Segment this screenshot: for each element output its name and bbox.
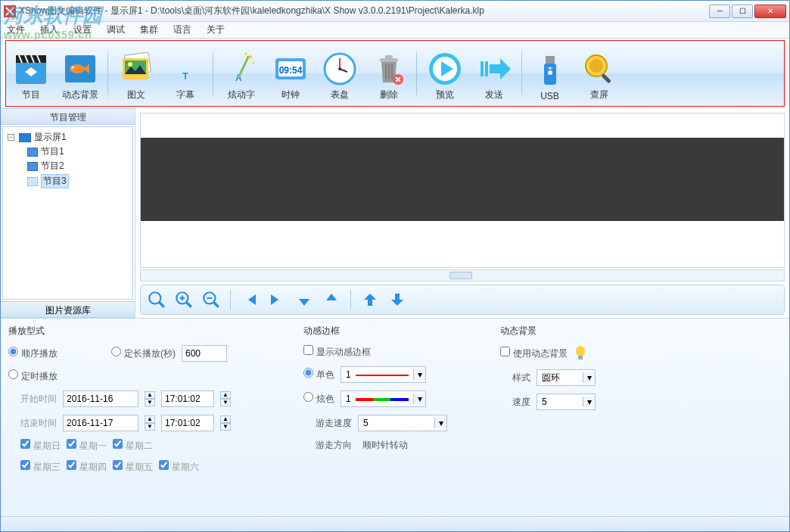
svg-line-42	[186, 302, 191, 307]
dynbg-style-combo[interactable]: 圆环▾	[537, 369, 596, 386]
start-time-input[interactable]	[161, 390, 214, 407]
toolbar-send[interactable]: 发送	[469, 42, 518, 104]
toolbar-clock[interactable]: 09:54 时钟	[266, 42, 315, 104]
settings-panel: 播放型式 顺序播放 定长播放(秒) 定时播放 开始时间 ▲▼ ▲▼ 结束时间 ▲…	[1, 318, 789, 516]
toolbar-program[interactable]: 节目	[6, 42, 55, 104]
title-bar: XShow图文编辑软件 - 显示屏1 - D:\tools\桌面\河东软件园\k…	[1, 1, 789, 22]
svg-point-13	[249, 55, 252, 58]
menu-settings[interactable]: 设置	[73, 23, 92, 36]
toolbar-picture-text[interactable]: 图文	[111, 42, 160, 104]
preview-canvas[interactable]	[140, 113, 785, 268]
maximize-button[interactable]: ☐	[732, 5, 753, 18]
duration-input[interactable]	[182, 345, 227, 362]
digital-clock-icon: 09:54	[272, 51, 309, 87]
program-manage-title: 节目管理	[1, 108, 135, 125]
text-t-icon: T	[167, 51, 204, 87]
skip-last-icon[interactable]	[266, 288, 288, 311]
move-bottom-icon[interactable]	[320, 288, 343, 311]
svg-point-15	[244, 53, 247, 55]
end-date-input[interactable]	[63, 415, 138, 431]
zoom-fit-icon[interactable]	[145, 288, 168, 311]
svg-rect-33	[546, 56, 555, 64]
radio-sequential[interactable]: 顺序播放	[8, 347, 58, 360]
clapperboard-icon	[13, 51, 49, 87]
border-speed-combo[interactable]: 5▾	[358, 415, 447, 431]
svg-rect-32	[485, 61, 488, 76]
toolbar-delete[interactable]: 删除	[364, 42, 413, 104]
checkbox-day-wed[interactable]: 星期三	[20, 460, 61, 474]
svg-rect-31	[481, 61, 484, 76]
svg-text:09:54: 09:54	[278, 65, 302, 76]
radio-duration[interactable]: 定长播放(秒)	[111, 347, 176, 360]
menu-insert[interactable]: 插入	[40, 23, 58, 36]
checkbox-day-thu[interactable]: 星期四	[67, 460, 107, 474]
sidebar: 节目管理 −显示屏1 节目1 节目2 节目3 图片资源库	[1, 108, 135, 318]
svg-rect-24	[385, 55, 393, 59]
menu-bar: 文件 插入 设置 调试 集群 语言 关于	[1, 22, 789, 39]
app-icon	[4, 5, 16, 17]
svg-point-9	[128, 62, 132, 67]
tree-item[interactable]: 节目2	[27, 159, 129, 173]
svg-rect-46	[578, 356, 583, 359]
dynbg-group: 动态背景 使用动态背景 样式 圆环▾ 速度 5▾	[500, 325, 667, 510]
toolbar-cool-text[interactable]: A 炫动字	[216, 42, 266, 104]
toolbar-check-screen[interactable]: 查屏	[574, 42, 624, 104]
preview-toolbar	[140, 285, 785, 315]
menu-cluster[interactable]: 集群	[140, 23, 158, 36]
minimize-button[interactable]: ─	[709, 5, 730, 18]
checkbox-day-sun[interactable]: 星期日	[20, 439, 61, 453]
svg-rect-38	[601, 73, 611, 83]
svg-point-22	[338, 67, 341, 70]
move-top-icon[interactable]	[293, 288, 316, 311]
checkbox-day-fri[interactable]: 星期五	[113, 460, 153, 474]
zoom-out-icon[interactable]	[200, 288, 222, 311]
tree-item-selected[interactable]: 节目3	[27, 173, 129, 189]
toolbar-subtitle[interactable]: T 字幕	[160, 42, 210, 104]
skip-first-icon[interactable]	[238, 288, 261, 311]
checkbox-use-dynbg[interactable]: 使用动态背景	[500, 347, 568, 360]
toolbar-usb[interactable]: USB	[525, 42, 574, 104]
analog-clock-icon	[322, 51, 358, 87]
menu-about[interactable]: 关于	[207, 23, 225, 36]
border-group: 动感边框 显示动感边框 单色 1 ▾ 炫色 1 ▾ 游走速度 5▾ 游走方向 顺…	[303, 325, 477, 510]
photo-stack-icon	[118, 51, 154, 87]
arrow-up-icon[interactable]	[359, 288, 381, 311]
magic-wand-icon: A	[223, 51, 260, 87]
radio-scheduled[interactable]: 定时播放	[8, 369, 58, 383]
end-time-input[interactable]	[161, 415, 214, 431]
program-tree[interactable]: −显示屏1 节目1 节目2 节目3	[2, 126, 133, 300]
close-button[interactable]: ✕	[754, 5, 786, 18]
svg-point-45	[576, 346, 585, 356]
tree-root[interactable]: −显示屏1	[8, 130, 129, 145]
menu-debug[interactable]: 调试	[107, 23, 125, 36]
toolbar-dial[interactable]: 表盘	[315, 42, 364, 104]
arrow-down-icon[interactable]	[386, 288, 409, 311]
lightbulb-icon	[574, 345, 587, 362]
svg-point-35	[548, 70, 552, 75]
menu-language[interactable]: 语言	[173, 23, 191, 36]
svg-text:T: T	[182, 71, 188, 82]
tree-item[interactable]: 节目1	[27, 145, 129, 159]
toolbar-preview[interactable]: 预览	[420, 42, 469, 104]
trash-icon	[371, 51, 407, 87]
radio-multi-color[interactable]: 炫色	[303, 392, 334, 406]
border-dir-value: 顺时针转动	[358, 439, 408, 452]
checkbox-show-border[interactable]: 显示动感边框	[303, 345, 371, 359]
single-color-combo[interactable]: 1 ▾	[341, 366, 426, 383]
menu-file[interactable]: 文件	[7, 23, 25, 36]
zoom-in-icon[interactable]	[173, 288, 195, 311]
resource-lib-title[interactable]: 图片资源库	[1, 301, 135, 318]
preview-scrollbar[interactable]	[140, 269, 785, 282]
magnifier-coin-icon	[581, 51, 617, 87]
send-arrow-icon	[476, 51, 512, 87]
toolbar-dynamic-bg[interactable]: 动态背景	[55, 42, 104, 104]
radio-single-color[interactable]: 单色	[303, 368, 334, 381]
checkbox-day-tue[interactable]: 星期二	[113, 439, 153, 453]
play-mode-group: 播放型式 顺序播放 定长播放(秒) 定时播放 开始时间 ▲▼ ▲▼ 结束时间 ▲…	[8, 325, 281, 510]
play-circle-icon	[427, 51, 463, 87]
dynbg-speed-combo[interactable]: 5▾	[537, 394, 596, 410]
start-date-input[interactable]	[63, 390, 138, 407]
checkbox-day-sat[interactable]: 星期六	[159, 460, 199, 474]
checkbox-day-mon[interactable]: 星期一	[67, 439, 107, 453]
multi-color-combo[interactable]: 1 ▾	[341, 390, 426, 407]
